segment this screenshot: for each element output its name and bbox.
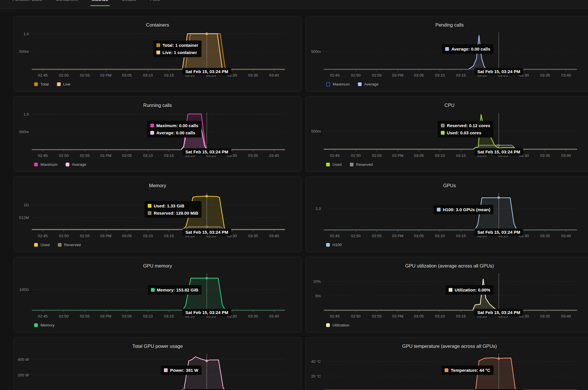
tooltip-row: Temperature: 44 °C [445,368,490,373]
hover-marker [498,357,500,360]
y-axis-label: 512M [19,215,29,220]
x-axis-label: 02:50 [59,314,69,318]
tooltip-series-swatch [150,131,154,135]
legend-item-live[interactable]: Live [57,82,71,86]
plot-area[interactable]: 1.0500mTotal: 1 containerLive: 1 contain… [32,31,285,72]
y-axis-label: 100G [19,287,29,291]
x-axis-label: 03:05 [414,314,424,318]
plot-area[interactable]: 400 W200 WPower: 381 WSat Feb 15, 03:24 … [32,352,285,390]
plot-area[interactable]: 40 °C20 °CTemperature: 44 °CSat Feb 15, … [324,352,577,390]
x-axis-label: 03:40 [561,314,571,318]
legend-item-maximum[interactable]: Maximum [34,162,58,167]
tooltip-series-swatch [148,211,151,215]
chart-card-containers: Containers 1.0500mTotal: 1 containerLive… [14,16,302,92]
legend-item-reserved[interactable]: Reserved [350,162,373,167]
tooltip-series-swatch [164,368,168,372]
y-axis-label: 2.0 [315,206,321,211]
chart-title: Running calls [14,102,301,109]
tab-metrics[interactable]: Metrics [92,0,108,9]
x-axis-label: 02:45 [330,153,340,158]
x-axis-label: 03:05 [122,153,132,158]
legend-item-reserved[interactable]: Reserved [58,243,81,247]
plot-area[interactable]: 10%5%Utilization: 0.00%Sat Feb 15, 03:24… [324,272,577,313]
x-axis-label: 03 PM [392,314,404,318]
chart-legend: H100 [326,243,588,247]
tab-files[interactable]: Files [150,0,160,9]
series-tooltip: Average: 0.00 calls [442,44,493,54]
chart-card-memory: Memory 1G512MUsed: 1.33 GiBReserved: 128… [14,177,302,252]
y-axis-label: 500m [311,49,321,54]
x-axis-label: 03:10 [435,153,445,158]
tabs: Function CallsContainersMetricsDetailsFi… [12,0,160,9]
legend-item-average[interactable]: Average [358,82,379,86]
time-tooltip: Sat Feb 15, 03:24 PM [474,309,523,316]
x-axis-label: 02:55 [372,73,382,77]
legend-item-used[interactable]: Used [34,243,50,247]
legend-swatch [66,163,69,166]
tooltip-series-swatch [445,47,449,51]
chart-title: GPU memory [14,262,301,269]
legend-swatch [34,163,38,166]
legend-swatch [326,243,330,247]
x-axis-label: 02:55 [80,153,90,158]
chart-card-total-gpu-power-usage: Total GPU power usage 400 W200 WPower: 3… [14,337,302,390]
x-axis-label: 02:45 [38,234,48,238]
x-axis-label: 03:35 [540,314,550,318]
time-tooltip: Sat Feb 15, 03:24 PM [182,148,231,155]
legend-item-utilization[interactable]: Utilization [326,323,350,327]
plot-area[interactable]: 500mAverage: 0.00 callsSat Feb 15, 03:24… [324,31,577,72]
plot-area[interactable]: 2.0H100: 3.0 GPUs (mean)Sat Feb 15, 03:2… [324,192,577,232]
chart-legend: MaximumAverage [326,82,588,86]
legend-label: Used [40,243,50,247]
legend-item-used[interactable]: Used [326,162,342,167]
x-axis-label: 02:55 [372,153,382,158]
x-axis-label: 03:40 [561,234,571,238]
tooltip-series-swatch [156,43,160,47]
tooltip-row: Total: 1 container [156,43,198,48]
tooltip-series-swatch [150,124,154,127]
legend-swatch [326,163,330,166]
x-axis-label: 03:15 [456,314,466,318]
legend-item-maximum[interactable]: Maximum [326,82,350,86]
chart-card-cpu: CPU 500mReserved: 0.12 coresUsed: 0.03 c… [306,96,588,172]
tab-details[interactable]: Details [122,0,136,9]
legend-swatch [57,82,61,86]
tooltip-text: Temperature: 44 °C [451,368,490,373]
x-axis-label: 03:05 [414,73,424,77]
x-axis-label: 02:55 [372,234,382,238]
tab-label: Files [150,0,160,2]
legend-swatch [358,82,362,86]
legend-item-average[interactable]: Average [66,162,86,167]
y-axis-label: 1.0 [23,112,29,116]
legend-label: Reserved [356,162,373,167]
tooltip-series-swatch [156,51,160,54]
legend-label: Maximum [40,162,58,167]
plot-area[interactable]: 1.0500mMaximum: 0.00 callsAverage: 0.00 … [32,112,285,152]
legend-swatch [326,323,330,327]
hover-marker [206,226,208,228]
legend-swatch [326,82,330,86]
x-axis-label: 03:35 [540,153,550,158]
chart-card-running-calls: Running calls 1.0500mMaximum: 0.00 calls… [14,96,302,172]
x-axis-label: 03:15 [456,73,466,77]
plot-area[interactable]: 500mReserved: 0.12 coresUsed: 0.03 cores… [324,112,577,152]
series-tooltip: Utilization: 0.00% [445,285,493,295]
x-axis-label: 03:15 [164,234,174,238]
legend-item-total[interactable]: Total [34,82,49,86]
legend-item-memory[interactable]: Memory [34,323,55,327]
x-axis-label: 03:15 [456,153,466,158]
legend-item-h100[interactable]: H100 [326,243,342,247]
x-axis-label: 03 PM [392,73,404,77]
tab-label: Function Calls [12,0,42,2]
chart-card-gpu-memory: GPU memory 100GMemory: 153.82 GiBSat Feb… [14,257,302,333]
tab-function-calls[interactable]: Function Calls [12,0,42,9]
tooltip-text: Total: 1 container [162,43,198,48]
plot-area[interactable]: 100GMemory: 153.82 GiBSat Feb 15, 03:24 … [32,272,285,313]
plot-area[interactable]: 1G512MUsed: 1.33 GiBReserved: 128.00 MiB… [32,192,285,232]
x-axis-label: 03:05 [414,234,424,238]
x-axis-label: 03:10 [143,314,153,318]
x-axis-label: 03:35 [540,234,550,238]
legend-swatch [34,82,38,86]
hover-marker [206,360,208,362]
tab-containers[interactable]: Containers [56,0,78,9]
